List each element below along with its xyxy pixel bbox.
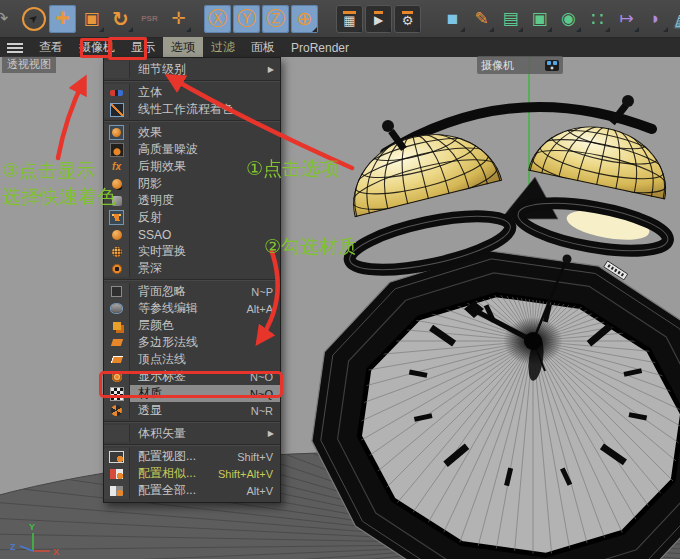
menu-item-polygon-normals[interactable]: 多边形法线 [104, 334, 280, 351]
effects-icon [104, 124, 130, 141]
menu-item-volume-vector[interactable]: 体积矢量 ▶ [104, 425, 280, 442]
camera-label[interactable]: 摄像机 [477, 56, 563, 74]
menu-item-configure-all[interactable]: 配置全部... Alt+V [104, 482, 280, 499]
shadows-icon [104, 175, 130, 192]
menu-item-level-of-detail[interactable]: 细节级别 ▶ [104, 61, 280, 78]
hq-noise-icon [104, 141, 130, 158]
panel-menu[interactable]: 面板 [243, 37, 283, 58]
extrude-object-icon[interactable]: ▣ [526, 5, 553, 33]
menu-item-post-effects[interactable]: fx 后期效果 [104, 158, 280, 175]
configure-all-icon [104, 482, 130, 499]
render-settings-icon[interactable]: ⚙ [394, 5, 421, 33]
configure-similar-icon [104, 465, 130, 482]
view-name-label: 透视视图 [2, 56, 56, 73]
ssao-icon [104, 226, 130, 243]
display-tags-icon [104, 368, 130, 385]
vertex-normals-icon [104, 351, 130, 368]
linear-workflow-icon [104, 101, 130, 118]
live-selection-icon[interactable]: ➤ [20, 5, 47, 33]
options-dropdown-menu: 细节级别 ▶ 立体 线性工作流程着色 效果 高质量噪波 fx 后期效果 阴影 [103, 57, 281, 503]
menu-item-shadows[interactable]: 阴影 [104, 175, 280, 192]
level-of-detail-icon [104, 61, 130, 78]
coordinate-system-icon[interactable]: ⊕ [291, 5, 318, 33]
reflection-icon [104, 209, 130, 226]
materials-icon [104, 385, 130, 402]
render-active-icon[interactable]: ▶ [365, 5, 392, 33]
main-toolbar: ↷ ➤ ✚ ▣ ↻ PSR ✛ Ⓧ Ⓨ Ⓩ ⊕ ▦ ▶ ⚙ ■ ✎ ▤ ▣ ◉ … [0, 0, 680, 38]
menu-item-display-tags[interactable]: 显示标签 N~O [104, 368, 280, 385]
prorender-menu[interactable]: ProRender [283, 39, 357, 57]
menu-item-realtime-displacement[interactable]: 实时置换 [104, 243, 280, 260]
volume-vector-icon [104, 425, 130, 442]
backface-culling-icon [104, 283, 130, 300]
menu-item-vertex-normals[interactable]: 顶点法线 [104, 351, 280, 368]
menu-item-backface-culling[interactable]: 背面忽略 N~P [104, 283, 280, 300]
rotate-tool-icon[interactable]: ↻ [107, 5, 134, 33]
displacement-icon [104, 243, 130, 260]
gizmo-y-label: Y [29, 522, 35, 532]
floor-grid-icon[interactable]: ▦ [671, 5, 680, 33]
post-effects-icon: fx [104, 158, 130, 175]
pen-spline-icon[interactable]: ✎ [468, 5, 495, 33]
axis-move-icon[interactable]: ✛ [165, 5, 192, 33]
menu-item-reflection[interactable]: 反射 [104, 209, 280, 226]
scale-tool-icon[interactable]: ▣ [78, 5, 105, 33]
subdivision-surface-icon[interactable]: ▤ [497, 5, 524, 33]
menu-item-effects[interactable]: 效果 [104, 124, 280, 141]
options-menu[interactable]: 选项 [163, 37, 203, 58]
cameras-menu[interactable]: 摄像机 [71, 37, 123, 58]
menu-item-configure-similar[interactable]: 配置相似... Shift+Alt+V [104, 465, 280, 482]
menu-item-hq-noise[interactable]: 高质量噪波 [104, 141, 280, 158]
undo-icon[interactable]: ↷ [0, 5, 8, 33]
depth-of-field-icon [104, 260, 130, 277]
gizmo-z-label: Z [10, 542, 16, 552]
menu-item-transparency[interactable]: 透明度 [104, 192, 280, 209]
menu-item-configure-view[interactable]: 配置视图... Shift+V [104, 448, 280, 465]
display-menu[interactable]: 显示 [123, 37, 163, 58]
polygon-normals-icon [104, 334, 130, 351]
isoline-editing-icon [104, 300, 130, 317]
submenu-arrow-icon: ▶ [268, 429, 274, 438]
move-tool-icon[interactable]: ✚ [49, 5, 76, 33]
viewport-menubar: 查看 摄像机 显示 选项 过滤 面板 ProRender [0, 38, 680, 57]
z-axis-lock-icon[interactable]: Ⓩ [262, 5, 289, 33]
render-view-icon[interactable]: ▦ [336, 5, 363, 33]
menu-item-materials[interactable]: 材质 N~Q [104, 385, 280, 402]
transparency-icon [104, 192, 130, 209]
y-axis-lock-icon[interactable]: Ⓨ [233, 5, 260, 33]
sweep-icon[interactable]: ◗ [642, 5, 669, 33]
filter-menu[interactable]: 过滤 [203, 37, 243, 58]
menu-item-layer-color[interactable]: 层颜色 [104, 317, 280, 334]
x-axis-lock-icon[interactable]: Ⓧ [204, 5, 231, 33]
add-cube-icon[interactable]: ■ [439, 5, 466, 33]
psr-lock-icon[interactable]: PSR [136, 5, 163, 33]
xray-icon [104, 402, 130, 419]
gizmo-x-label: X [53, 547, 59, 557]
menu-item-linear-workflow-shading[interactable]: 线性工作流程着色 [104, 101, 280, 118]
cloner-icon[interactable]: ∷ [584, 5, 611, 33]
c4d-window: ↷ ➤ ✚ ▣ ↻ PSR ✛ Ⓧ Ⓨ Ⓩ ⊕ ▦ ▶ ⚙ ■ ✎ ▤ ▣ ◉ … [0, 0, 680, 559]
configure-view-icon [104, 448, 130, 465]
camera-label-icon [545, 60, 559, 71]
menu-item-depth-of-field[interactable]: 景深 [104, 260, 280, 277]
menu-item-xray[interactable]: 透显 N~R [104, 402, 280, 419]
viewport-3d-scene[interactable]: Y X Z [0, 57, 680, 559]
view-menu[interactable]: 查看 [31, 37, 71, 58]
menu-item-isoline-editing[interactable]: 等参线编辑 Alt+A [104, 300, 280, 317]
field-range-icon[interactable]: ↦ [613, 5, 640, 33]
menu-item-stereoscopic[interactable]: 立体 [104, 84, 280, 101]
submenu-arrow-icon: ▶ [268, 65, 274, 74]
stereoscopic-icon [104, 84, 130, 101]
menu-item-ssao[interactable]: SSAO [104, 226, 280, 243]
deformer-icon[interactable]: ◉ [555, 5, 582, 33]
layer-color-icon [104, 317, 130, 334]
hamburger-menu-icon[interactable] [7, 43, 23, 53]
